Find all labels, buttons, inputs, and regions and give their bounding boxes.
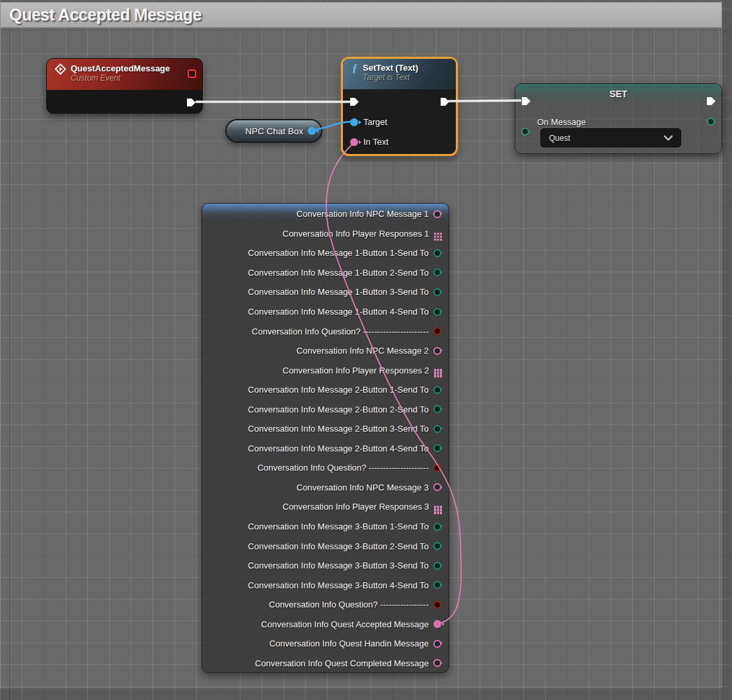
- enum-pin-icon[interactable]: [433, 425, 441, 433]
- text-pin-icon[interactable]: [433, 640, 441, 648]
- target-pin-icon[interactable]: [350, 118, 358, 126]
- enum-pin-icon[interactable]: [433, 562, 441, 570]
- exec-out-pin[interactable]: [185, 97, 197, 108]
- pin-row: Conversation Info NPC Message 2: [202, 341, 449, 361]
- bool-pin-icon[interactable]: [433, 601, 441, 609]
- exec-in-pin[interactable]: [348, 97, 360, 107]
- pin-row: Conversation Info Message 1-Button 4-Sen…: [202, 302, 449, 322]
- enum-pin-icon[interactable]: [433, 444, 441, 452]
- pin-row: Conversation Info Player Responses 3: [202, 497, 449, 517]
- pin-label: On Message: [537, 117, 586, 127]
- pin-row: Conversation Info Quest Accepted Message: [202, 614, 449, 634]
- pin-row: Conversation Info Quest Completed Messag…: [202, 654, 449, 674]
- pin-label: Conversation Info Question? ------------…: [258, 463, 429, 473]
- blueprint-canvas[interactable]: Quest Accepted Message QuestAcceptedMess…: [0, 0, 732, 700]
- set-node-header: SET: [515, 84, 721, 104]
- text-pin-icon-connected[interactable]: [433, 620, 441, 628]
- pin-label: Conversation Info Message 2-Button 1-Sen…: [248, 385, 429, 395]
- variable-node-npc-chat-box[interactable]: NPC Chat Box: [225, 119, 322, 143]
- node-title: SET: [609, 89, 627, 99]
- pin-row: Conversation Info Player Responses 2: [202, 360, 449, 380]
- node-subtitle: Target is Text: [363, 73, 418, 82]
- pin-label: Conversation Info NPC Message 1: [297, 209, 429, 219]
- pin-row: Conversation Info Message 1-Button 1-Sen…: [202, 243, 449, 263]
- enum-pin-icon[interactable]: [433, 523, 441, 531]
- text-pin-icon[interactable]: [433, 659, 441, 667]
- text-array-pin-icon[interactable]: [434, 369, 436, 371]
- pin-label: Conversation Info Player Responses 2: [283, 366, 429, 375]
- bool-pin-icon[interactable]: [433, 327, 441, 335]
- pin-row: Conversation Info Quest Handin Message: [202, 634, 449, 654]
- pin-label: Conversation Info Quest Accepted Message: [261, 619, 429, 629]
- conversation-info-node[interactable]: Conversation Info NPC Message 1Conversat…: [201, 203, 449, 673]
- comment-header[interactable]: Quest Accepted Message: [0, 2, 722, 28]
- pin-row: Conversation Info Message 1-Button 2-Sen…: [202, 263, 449, 283]
- pin-row: Conversation Info Player Responses 1: [202, 224, 449, 244]
- pin-label: Conversation Info Quest Completed Messag…: [255, 658, 429, 668]
- value-in-pin-icon[interactable]: [521, 128, 529, 136]
- conversation-pin-list: Conversation Info NPC Message 1Conversat…: [202, 204, 449, 673]
- in-text-pin-icon[interactable]: [350, 138, 358, 146]
- function-icon: ƒ: [352, 63, 357, 73]
- value-out-pin-icon[interactable]: [707, 118, 715, 126]
- pin-label: Conversation Info Message 1-Button 4-Sen…: [248, 307, 429, 317]
- pin-label: Conversation Info Message 3-Button 2-Sen…: [248, 541, 429, 551]
- pin-label: Conversation Info Message 1-Button 3-Sen…: [248, 287, 429, 297]
- enum-pin-icon[interactable]: [433, 542, 441, 550]
- text-pin-icon[interactable]: [433, 483, 441, 491]
- pin-label: Conversation Info Quest Handin Message: [270, 639, 429, 648]
- pin-row: Conversation Info Message 2-Button 4-Sen…: [202, 439, 449, 459]
- comment-title: Quest Accepted Message: [9, 5, 201, 24]
- enum-pin-icon[interactable]: [433, 288, 441, 296]
- event-reference-icon[interactable]: [188, 69, 196, 78]
- exec-out-pin[interactable]: [439, 97, 451, 107]
- pin-label: Conversation Info Question? ------------…: [252, 327, 429, 336]
- pin-label: Conversation Info Message 2-Button 2-Sen…: [248, 405, 429, 414]
- dropdown-value: Quest: [549, 134, 570, 143]
- enum-pin-icon[interactable]: [433, 268, 441, 276]
- pin-row: Conversation Info Message 3-Button 3-Sen…: [202, 556, 449, 576]
- pin-label: Conversation Info Player Responses 3: [283, 502, 429, 512]
- pin-label: Conversation Info Message 3-Button 3-Sen…: [248, 561, 429, 570]
- custom-event-node[interactable]: QuestAcceptedMessage Custom Event: [46, 58, 203, 114]
- pin-label: Conversation Info Message 1-Button 1-Sen…: [248, 248, 429, 258]
- pin-row: Conversation Info Message 1-Button 3-Sen…: [202, 282, 449, 302]
- pin-label: In Text: [363, 137, 388, 147]
- set-node[interactable]: SET On Message Quest: [515, 83, 722, 154]
- text-array-pin-icon[interactable]: [434, 233, 436, 235]
- canvas-outside-comment: [0, 688, 722, 700]
- node-title: QuestAcceptedMessage: [71, 63, 170, 73]
- pin-row: Conversation Info Message 2-Button 1-Sen…: [202, 380, 449, 400]
- enum-pin-icon[interactable]: [433, 386, 441, 394]
- pin-row: Conversation Info Question? ------------…: [202, 458, 449, 478]
- pin-row: Conversation Info Message 2-Button 2-Sen…: [202, 399, 449, 419]
- pin-label: Conversation Info Message 1-Button 2-Sen…: [248, 268, 429, 278]
- text-pin-icon[interactable]: [433, 347, 441, 355]
- chevron-down-icon: [664, 136, 673, 141]
- on-message-dropdown[interactable]: Quest: [540, 128, 681, 147]
- canvas-outside-comment: [722, 0, 732, 700]
- settext-node[interactable]: ƒ SetText (Text) Target is Text Target I…: [341, 57, 458, 156]
- pin-row: Conversation Info Question? ------------…: [202, 321, 449, 341]
- text-array-pin-icon[interactable]: [434, 506, 436, 508]
- pin-row: Conversation Info Message 3-Button 1-Sen…: [202, 517, 449, 537]
- pin-row: Conversation Info Message 3-Button 2-Sen…: [202, 536, 449, 556]
- enum-pin-icon[interactable]: [433, 249, 441, 257]
- enum-pin-icon[interactable]: [433, 405, 441, 413]
- pin-label: Conversation Info Message 3-Button 4-Sen…: [248, 580, 429, 590]
- pin-label: Conversation Info Player Responses 1: [283, 229, 429, 239]
- object-out-pin-icon[interactable]: [308, 127, 316, 135]
- custom-event-node-header: QuestAcceptedMessage Custom Event: [47, 59, 202, 90]
- variable-label: NPC Chat Box: [245, 126, 303, 136]
- text-pin-icon[interactable]: [433, 210, 441, 218]
- exec-out-pin[interactable]: [705, 96, 717, 106]
- pin-row: Conversation Info NPC Message 1: [202, 204, 449, 224]
- pin-row: Conversation Info Message 3-Button 4-Sen…: [202, 575, 449, 595]
- enum-pin-icon[interactable]: [433, 308, 441, 316]
- pin-row: Conversation Info Message 2-Button 3-Sen…: [202, 419, 449, 439]
- pin-row: Conversation Info Question? ------------…: [202, 595, 449, 615]
- exec-in-pin[interactable]: [520, 96, 532, 106]
- bool-pin-icon[interactable]: [433, 464, 441, 472]
- enum-pin-icon[interactable]: [433, 581, 441, 589]
- pin-label: Target: [363, 117, 387, 127]
